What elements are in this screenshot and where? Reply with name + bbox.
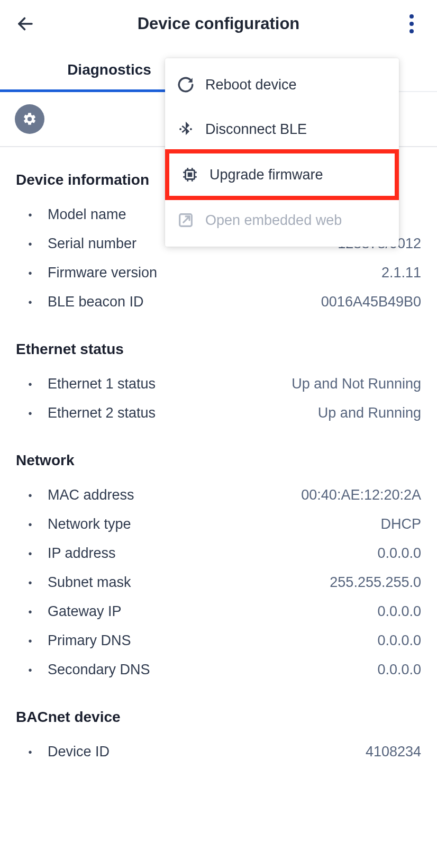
row-value: 2.1.11 (157, 265, 421, 281)
overflow-menu-button[interactable] (401, 0, 422, 48)
row-label: Network type (35, 516, 131, 532)
row-value: 0.0.0.0 (150, 662, 421, 678)
row-label: MAC address (35, 487, 134, 503)
row-ethernet-1: • Ethernet 1 status Up and Not Running (16, 369, 421, 399)
settings-chip[interactable] (15, 104, 44, 134)
section-bacnet-title: BACnet device (16, 709, 421, 726)
svg-point-2 (190, 128, 192, 130)
row-label: Model name (35, 206, 126, 223)
row-label: Ethernet 2 status (35, 405, 156, 421)
section-network-title: Network (16, 452, 421, 469)
bullet-icon: • (16, 297, 35, 308)
row-ip-address: • IP address 0.0.0.0 (16, 539, 421, 568)
svg-rect-4 (188, 173, 192, 176)
menu-upgrade-firmware[interactable]: Upgrade firmware (165, 149, 399, 200)
row-firmware-version: • Firmware version 2.1.11 (16, 258, 421, 287)
row-ble-beacon-id: • BLE beacon ID 0016A45B49B0 (16, 287, 421, 317)
svg-point-1 (179, 128, 181, 130)
menu-item-label: Open embedded web (205, 212, 342, 229)
row-value: Up and Running (156, 405, 421, 421)
row-network-type: • Network type DHCP (16, 510, 421, 539)
row-value: 255.255.255.0 (131, 574, 421, 591)
row-label: Firmware version (35, 265, 157, 281)
row-label: BLE beacon ID (35, 294, 144, 310)
row-ethernet-2: • Ethernet 2 status Up and Running (16, 399, 421, 428)
section-ethernet-title: Ethernet status (16, 341, 421, 358)
menu-reboot-device[interactable]: Reboot device (165, 62, 399, 107)
refresh-icon (177, 76, 195, 94)
back-button[interactable] (15, 13, 36, 34)
row-label: Gateway IP (35, 603, 122, 620)
row-label: Primary DNS (35, 632, 131, 649)
bullet-icon: • (16, 607, 35, 617)
row-value: 0.0.0.0 (131, 632, 421, 649)
row-label: Subnet mask (35, 574, 131, 591)
row-value: 0016A45B49B0 (144, 294, 421, 310)
menu-open-embedded-web[interactable]: Open embedded web (165, 198, 399, 242)
page-title: Device configuration (0, 14, 437, 33)
row-secondary-dns: • Secondary DNS 0.0.0.0 (16, 655, 421, 684)
row-value: 4108234 (110, 744, 421, 760)
bullet-icon: • (16, 548, 35, 559)
row-gateway-ip: • Gateway IP 0.0.0.0 (16, 597, 421, 626)
row-value: Up and Not Running (156, 376, 421, 392)
bullet-icon: • (16, 490, 35, 501)
bluetooth-icon (177, 120, 195, 138)
row-value: 00:40:AE:12:20:2A (134, 487, 421, 503)
row-mac-address: • MAC address 00:40:AE:12:20:2A (16, 481, 421, 510)
bullet-icon: • (16, 636, 35, 646)
row-label: Device ID (35, 744, 110, 760)
bullet-icon: • (16, 210, 35, 220)
bullet-icon: • (16, 519, 35, 530)
row-label: IP address (35, 545, 116, 562)
bullet-icon: • (16, 379, 35, 390)
row-value: 0.0.0.0 (116, 545, 421, 562)
bullet-icon: • (16, 747, 35, 757)
arrow-left-icon (16, 14, 35, 33)
svg-line-14 (184, 216, 189, 222)
overflow-menu: Reboot device Disconnect BLE Upgrade fir… (165, 58, 399, 247)
menu-item-label: Upgrade firmware (210, 167, 323, 183)
app-header: Device configuration (0, 0, 437, 48)
bullet-icon: • (16, 239, 35, 249)
gear-icon (22, 112, 37, 126)
row-primary-dns: • Primary DNS 0.0.0.0 (16, 626, 421, 655)
row-label: Serial number (35, 236, 136, 252)
bullet-icon: • (16, 408, 35, 419)
external-link-icon (177, 211, 195, 229)
bullet-icon: • (16, 268, 35, 278)
row-label: Secondary DNS (35, 662, 150, 678)
row-value: DHCP (131, 516, 421, 532)
content-area: Device information • Model name • Serial… (0, 171, 437, 788)
row-subnet-mask: • Subnet mask 255.255.255.0 (16, 568, 421, 597)
more-vertical-icon (409, 14, 414, 33)
row-value: 0.0.0.0 (122, 603, 421, 620)
menu-item-label: Disconnect BLE (205, 121, 307, 138)
bullet-icon: • (16, 577, 35, 588)
chip-icon (181, 166, 199, 184)
menu-item-label: Reboot device (205, 77, 297, 93)
bullet-icon: • (16, 665, 35, 675)
menu-disconnect-ble[interactable]: Disconnect BLE (165, 107, 399, 151)
row-label: Ethernet 1 status (35, 376, 156, 392)
row-device-id: • Device ID 4108234 (16, 737, 421, 766)
